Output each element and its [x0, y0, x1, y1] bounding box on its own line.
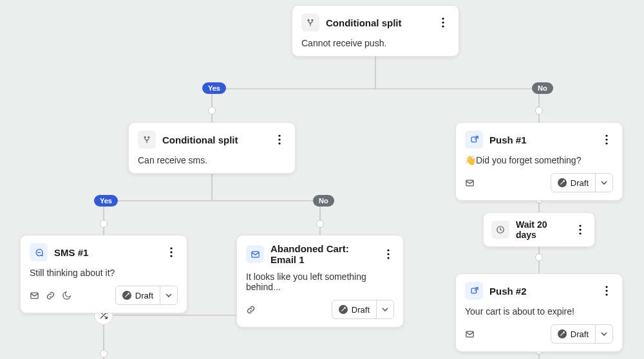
svg-point-19: [278, 142, 280, 144]
branch-pill-no: No: [532, 82, 553, 94]
svg-point-36: [580, 228, 582, 230]
status-dropdown[interactable]: Draft: [551, 173, 613, 192]
node-conditional-split[interactable]: Conditional split Cannot receive push.: [292, 5, 459, 57]
push-icon: [465, 131, 483, 149]
svg-point-35: [580, 225, 582, 226]
link-icon: [46, 291, 55, 300]
node-title: Conditional split: [162, 134, 238, 145]
svg-point-28: [387, 257, 389, 259]
chevron-down-icon: [595, 174, 612, 192]
smart-send-icon: [30, 291, 39, 300]
smart-send-icon: [465, 329, 475, 339]
connector-dot: [100, 220, 108, 228]
svg-point-37: [580, 232, 582, 234]
svg-point-27: [387, 253, 389, 255]
node-title: Conditional split: [326, 17, 402, 28]
branch-pill-yes: Yes: [202, 82, 226, 94]
node-title: Push #1: [489, 134, 527, 145]
node-wait[interactable]: Wait 20 days: [483, 212, 595, 247]
status-dropdown[interactable]: Draft: [115, 286, 178, 305]
branch-pill-no: No: [313, 195, 334, 207]
svg-point-15: [442, 21, 444, 23]
status-label: Draft: [135, 291, 153, 300]
node-email[interactable]: Abandoned Cart: Email 1 It looks like yo…: [236, 235, 404, 327]
status-label: Draft: [571, 178, 589, 188]
svg-point-23: [170, 255, 172, 257]
svg-point-26: [387, 249, 389, 251]
svg-point-40: [605, 290, 607, 291]
node-description: Your cart is about to expire!: [465, 306, 613, 317]
connector-dot: [100, 350, 108, 358]
chevron-down-icon: [595, 325, 612, 343]
svg-point-16: [442, 25, 444, 27]
node-more-button[interactable]: [165, 246, 178, 259]
svg-point-41: [605, 293, 607, 295]
node-push[interactable]: Push #2 Your cart is about to expire! Dr…: [455, 273, 623, 352]
node-description: Can receive sms.: [138, 155, 286, 165]
status-dropdown[interactable]: Draft: [551, 324, 613, 344]
node-sms[interactable]: SMS #1 Still thinking about it? Draft: [20, 235, 187, 313]
svg-point-14: [442, 17, 444, 19]
svg-point-32: [605, 142, 607, 144]
node-title: Push #2: [489, 286, 527, 297]
chevron-down-icon: [376, 300, 393, 318]
chat-icon: [30, 243, 48, 261]
svg-point-22: [170, 251, 172, 253]
push-icon: [465, 282, 483, 300]
node-more-button[interactable]: [600, 133, 613, 146]
status-dot-icon: [339, 305, 348, 314]
node-title: SMS #1: [54, 247, 88, 258]
split-icon: [301, 14, 319, 32]
node-description: It looks like you left something behind.…: [246, 272, 394, 292]
clock-icon: [491, 221, 509, 239]
svg-rect-29: [471, 137, 477, 142]
chevron-down-icon: [160, 286, 177, 304]
more-vertical-icon: [605, 134, 608, 145]
svg-point-31: [605, 138, 607, 140]
more-vertical-icon: [605, 286, 608, 296]
branch-pill-yes: Yes: [94, 195, 118, 207]
node-title: Wait 20 days: [516, 219, 568, 240]
more-vertical-icon: [170, 247, 173, 257]
status-label: Draft: [571, 329, 589, 339]
status-dot-icon: [122, 291, 131, 300]
more-vertical-icon: [278, 134, 281, 145]
node-more-button[interactable]: [600, 284, 613, 297]
more-vertical-icon: [442, 17, 444, 28]
connector-dot: [535, 253, 543, 261]
more-vertical-icon: [579, 225, 582, 235]
svg-rect-38: [471, 288, 477, 293]
connector-dot: [535, 107, 543, 115]
node-description: Still thinking about it?: [30, 268, 178, 278]
svg-point-30: [605, 134, 607, 136]
link-icon: [246, 305, 256, 315]
svg-point-21: [170, 247, 172, 249]
status-dot-icon: [558, 178, 567, 187]
mail-icon: [246, 245, 264, 263]
more-vertical-icon: [387, 249, 390, 259]
node-more-button[interactable]: [437, 16, 450, 29]
node-conditional-split[interactable]: Conditional split Can receive sms.: [128, 122, 296, 174]
status-dropdown[interactable]: Draft: [332, 300, 394, 319]
status-label: Draft: [352, 305, 370, 315]
status-dot-icon: [558, 329, 567, 338]
node-description: 👋Did you forget something?: [465, 155, 613, 165]
node-more-button[interactable]: [574, 223, 587, 236]
svg-point-17: [278, 134, 280, 136]
moon-icon: [62, 291, 71, 300]
node-push[interactable]: Push #1 👋Did you forget something? Draft: [455, 122, 623, 201]
split-icon: [138, 131, 156, 149]
smart-send-icon: [465, 178, 475, 188]
svg-point-18: [278, 138, 280, 140]
node-more-button[interactable]: [383, 248, 394, 261]
connector-dot: [316, 220, 324, 228]
svg-point-39: [605, 286, 607, 288]
node-title: Abandoned Cart: Email 1: [270, 243, 376, 265]
connector-dot: [208, 107, 216, 115]
node-more-button[interactable]: [273, 133, 286, 146]
node-description: Cannot receive push.: [301, 38, 450, 48]
